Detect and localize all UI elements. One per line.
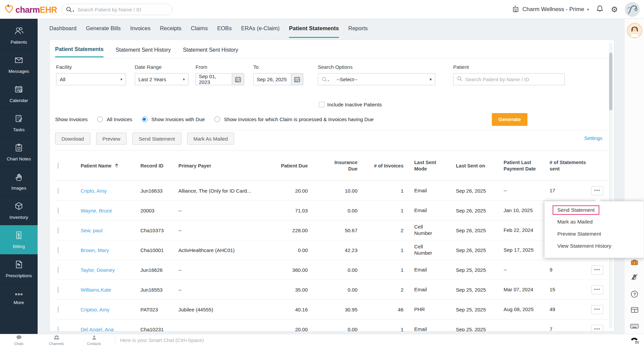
preview-button[interactable]: Preview (96, 133, 127, 145)
generate-button[interactable]: Generate (492, 113, 527, 126)
sidebar-item-prescriptions[interactable]: R Prescriptions (0, 254, 38, 284)
statements-table: Patient Name Record ID Primary Payer Pat… (55, 150, 608, 331)
chats-tab[interactable]: Chats (0, 335, 38, 346)
menu-item-mark-as-mailed[interactable]: Mark as Mailed (545, 216, 644, 228)
search-options-select[interactable]: ▾ --Select-- ▾ (318, 73, 435, 85)
patient-name-link[interactable]: Cripto, Amy (81, 188, 107, 194)
menu-item-view-statement-history[interactable]: View Statement History (545, 240, 644, 252)
row-checkbox[interactable] (58, 306, 58, 313)
radio-invoices-with-due[interactable] (142, 116, 147, 122)
patient-name-link[interactable]: Brown, Mary (81, 247, 109, 253)
column-patient-name[interactable]: Patient Name (70, 163, 140, 168)
caret-down-icon: ▾ (429, 77, 432, 82)
subtab-statement-sent-history-1[interactable]: Statement Sent History (116, 41, 171, 57)
record-id-cell: Cha10001 (140, 247, 178, 253)
to-date-field[interactable]: Sep 26, 2025 (253, 73, 303, 85)
briefcase-icon[interactable] (625, 258, 644, 266)
date-range-select[interactable]: Last 2 Years▾ (135, 73, 188, 85)
row-actions-button[interactable] (591, 186, 603, 195)
sidebar-item-more[interactable]: More (0, 284, 38, 313)
primary-payer-cell: -- (178, 208, 269, 213)
tab-patient-statements[interactable]: Patient Statements (289, 19, 339, 38)
patient-search-input[interactable] (465, 77, 561, 82)
calendar-icon[interactable] (232, 73, 244, 85)
row-actions-button[interactable] (591, 325, 603, 332)
patient-name-link[interactable]: Del Angel, Ana (81, 327, 114, 332)
primary-payer-cell: Alliance, The (Only for ID Card... (178, 188, 269, 194)
sidebar-item-tasks[interactable]: Tasks (0, 108, 38, 138)
row-checkbox[interactable] (58, 267, 58, 273)
subtab-statement-sent-history-2[interactable]: Statement Sent History (183, 41, 239, 57)
include-inactive-checkbox[interactable] (319, 102, 325, 107)
subtab-patient-statements[interactable]: Patient Statements (55, 41, 103, 57)
search-scope-icon[interactable]: ▾ (66, 6, 74, 13)
tab-receipts[interactable]: Receipts (160, 19, 181, 38)
tab-eobs[interactable]: EOBs (217, 19, 232, 38)
patient-name-link[interactable]: Wayne, Bruce (81, 208, 112, 213)
patient-name-link[interactable]: Criptoo, Amy (81, 307, 110, 312)
scrollbar-track[interactable] (609, 43, 612, 329)
sidebar-item-messages[interactable]: Messages (0, 50, 38, 79)
patient-name-link[interactable]: Taylor, Downey (81, 267, 115, 273)
row-actions-button[interactable] (591, 285, 603, 294)
sidebar-item-calendar[interactable]: 12 Calendar (0, 79, 38, 108)
menu-item-send-statement[interactable]: Send Statement (553, 205, 599, 215)
tab-reports[interactable]: Reports (348, 19, 368, 38)
smart-chat[interactable] (117, 334, 630, 346)
sidebar-item-billing[interactable]: $ Billing (0, 225, 38, 254)
menu-item-preview-statement[interactable]: Preview Statement (545, 228, 644, 240)
row-actions-button[interactable] (591, 305, 603, 314)
patient-search-field[interactable] (453, 73, 565, 85)
notifications-bell-icon[interactable] (596, 5, 604, 14)
tab-invoices[interactable]: Invoices (130, 19, 151, 38)
channels-tab[interactable]: Channels (38, 335, 75, 346)
hand-slash-icon[interactable] (625, 273, 644, 281)
invoices-cell: 1 (361, 208, 407, 213)
window-layout-icon[interactable] (625, 306, 644, 314)
calendar-icon[interactable] (291, 73, 303, 85)
sidebar-item-patients[interactable]: Patients (0, 21, 38, 50)
select-all-checkbox[interactable] (58, 163, 58, 169)
patient-name-link[interactable]: Sew, paul (81, 228, 102, 233)
tab-dashboard[interactable]: Dashboard (49, 19, 77, 38)
keyboard-icon[interactable] (625, 322, 644, 330)
tab-generate-bills[interactable]: Generate Bills (86, 19, 121, 38)
last-sent-cell: Sep 26, 2025 (451, 247, 499, 253)
sort-icon[interactable] (115, 163, 118, 168)
last-sent-cell: Sep 25, 2025 (451, 287, 499, 293)
smart-chat-input[interactable] (117, 337, 630, 343)
tab-claims[interactable]: Claims (191, 19, 208, 38)
row-checkbox[interactable] (58, 326, 58, 332)
facility-select[interactable]: All▾ (56, 73, 126, 85)
assistant-avatar[interactable] (625, 23, 644, 38)
row-actions-button[interactable] (591, 265, 603, 275)
show-invoices-group: Show Invoices All Invoices Show Invoices… (55, 116, 374, 122)
phone-dialer-icon[interactable] (630, 336, 644, 345)
tab-eras[interactable]: ERAs (e-Claim) (241, 19, 280, 38)
global-search[interactable]: ▾ (61, 4, 172, 15)
sidebar-item-chart-notes[interactable]: CC Chart Notes (0, 138, 38, 167)
row-checkbox[interactable] (58, 247, 58, 253)
row-checkbox[interactable] (58, 207, 58, 214)
scrollbar-thumb[interactable] (609, 53, 612, 110)
row-checkbox[interactable] (58, 287, 58, 293)
global-search-input[interactable] (78, 7, 168, 12)
settings-link[interactable]: Settings (584, 135, 602, 141)
help-icon[interactable]: ? (625, 290, 644, 298)
sidebar-item-inventory[interactable]: Inventory (0, 196, 38, 225)
contacts-tab[interactable]: Contacts (75, 335, 113, 346)
practice-switcher[interactable]: Charm Wellness - Prime ▾ (512, 5, 589, 14)
row-checkbox[interactable] (58, 188, 58, 194)
download-button[interactable]: Download (55, 133, 90, 145)
invoices-cell: 1 (361, 188, 407, 194)
mark-as-mailed-button[interactable]: Mark As Mailed (187, 133, 234, 145)
from-date-field[interactable]: Sep 01, 2023 (196, 73, 244, 85)
patient-name-link[interactable]: Williams,Kate (81, 287, 111, 293)
radio-claim-processed[interactable] (214, 116, 220, 122)
settings-gear-icon[interactable]: ⚙ (611, 6, 618, 13)
send-statement-button[interactable]: Send Statement (132, 133, 181, 145)
sidebar-item-images[interactable]: Images (0, 167, 38, 196)
user-avatar[interactable] (625, 2, 640, 17)
radio-all-invoices[interactable] (97, 116, 103, 122)
row-checkbox[interactable] (58, 227, 58, 234)
